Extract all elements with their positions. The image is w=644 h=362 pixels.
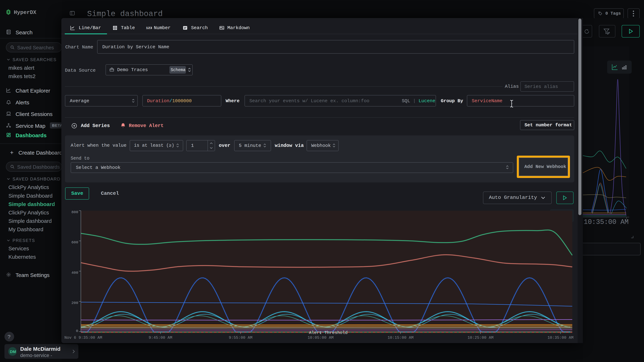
svg-text:Nov 6 9:35:00 AM: Nov 6 9:35:00 AM [64, 336, 102, 340]
svg-text:200: 200 [72, 301, 78, 305]
svg-text:600: 600 [72, 240, 78, 244]
svg-text:400: 400 [72, 271, 78, 275]
svg-text:9:55:00 AM: 9:55:00 AM [229, 336, 252, 340]
svg-text:9:45:00 AM: 9:45:00 AM [149, 336, 172, 340]
svg-text:800: 800 [72, 210, 78, 214]
svg-text:10:25:00 AM: 10:25:00 AM [468, 336, 494, 340]
svg-text:10:35:00 AM: 10:35:00 AM [548, 336, 573, 340]
svg-text:0: 0 [76, 329, 78, 333]
svg-text:Alert Threshold: Alert Threshold [309, 330, 348, 335]
svg-text:10:05:00 AM: 10:05:00 AM [308, 336, 334, 340]
svg-text:10:15:00 AM: 10:15:00 AM [388, 336, 414, 340]
